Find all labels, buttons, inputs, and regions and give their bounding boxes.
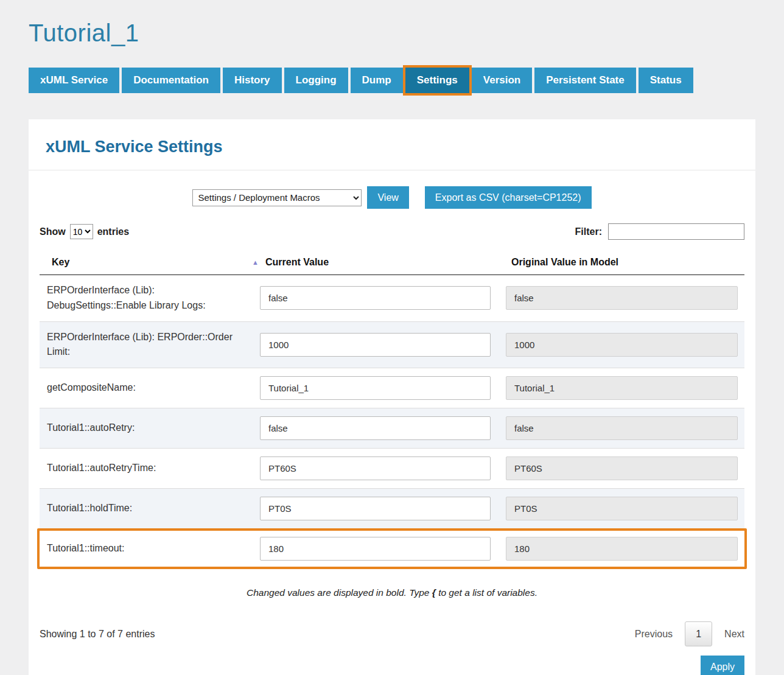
entries-label: entries bbox=[97, 226, 129, 237]
current-value-input[interactable] bbox=[260, 456, 491, 480]
entries-count-select[interactable]: 10 bbox=[70, 224, 93, 239]
apply-row: Apply bbox=[40, 656, 744, 675]
page-title: Tutorial_1 bbox=[29, 19, 755, 47]
note-post: to get a list of variables. bbox=[436, 587, 537, 598]
pagination: Previous 1 Next bbox=[635, 621, 744, 646]
tab-version[interactable]: Version bbox=[472, 68, 532, 93]
table-row-highlighted: Tutorial1::timeout: bbox=[37, 528, 747, 569]
original-value-input bbox=[506, 416, 738, 440]
tab-status[interactable]: Status bbox=[639, 68, 693, 93]
showing-entries-text: Showing 1 to 7 of 7 entries bbox=[40, 629, 155, 640]
setting-key: ERPOrderInterface (Lib): DebugSettings::… bbox=[40, 283, 260, 313]
current-value-input[interactable] bbox=[260, 537, 491, 561]
apply-button[interactable]: Apply bbox=[701, 656, 744, 675]
settings-table: Key ▲ Current Value Original Value in Mo… bbox=[40, 253, 744, 569]
previous-page-button[interactable]: Previous bbox=[635, 629, 673, 640]
current-value-input[interactable] bbox=[260, 376, 491, 400]
tab-logging[interactable]: Logging bbox=[284, 68, 348, 93]
table-row: ERPOrderInterface (Lib): DebugSettings::… bbox=[40, 275, 744, 321]
show-label: Show bbox=[40, 226, 66, 237]
setting-key: Tutorial1::timeout: bbox=[40, 541, 260, 556]
view-mode-select[interactable]: Settings / Deployment Macros bbox=[192, 189, 362, 206]
original-value-input bbox=[506, 456, 738, 480]
column-header-original-value: Original Value in Model bbox=[497, 257, 744, 268]
setting-key: ERPOrderInterface (Lib): ERPOrder::Order… bbox=[40, 330, 260, 360]
tab-bar: xUML Service Documentation History Loggi… bbox=[29, 68, 755, 93]
original-value-input bbox=[506, 376, 738, 400]
table-body: ERPOrderInterface (Lib): DebugSettings::… bbox=[40, 275, 744, 569]
setting-key: Tutorial1::autoRetryTime: bbox=[40, 461, 260, 476]
current-value-input[interactable] bbox=[260, 286, 491, 310]
setting-key: Tutorial1::holdTime: bbox=[40, 501, 260, 516]
column-header-key[interactable]: Key ▲ bbox=[40, 257, 260, 268]
next-page-button[interactable]: Next bbox=[724, 629, 744, 640]
tab-history[interactable]: History bbox=[223, 68, 282, 93]
note-pre: Changed values are displayed in bold. Ty… bbox=[247, 587, 432, 598]
original-value-input bbox=[506, 286, 738, 310]
key-header-label: Key bbox=[52, 257, 69, 268]
panel-header: xUML Service Settings bbox=[29, 119, 755, 170]
export-csv-button[interactable]: Export as CSV (charset=CP1252) bbox=[425, 186, 592, 209]
table-note: Changed values are displayed in bold. Ty… bbox=[40, 587, 744, 598]
table-row: Tutorial1::holdTime: bbox=[40, 488, 744, 528]
table-row: ERPOrderInterface (Lib): ERPOrder::Order… bbox=[40, 321, 744, 368]
table-row: Tutorial1::autoRetryTime: bbox=[40, 448, 744, 488]
show-entries: Show 10 entries bbox=[40, 224, 129, 239]
table-footer: Showing 1 to 7 of 7 entries Previous 1 N… bbox=[40, 621, 744, 646]
page-number-button[interactable]: 1 bbox=[685, 621, 712, 646]
panel-title: xUML Service Settings bbox=[46, 138, 738, 156]
table-row: getCompositeName: bbox=[40, 368, 744, 408]
tab-dump[interactable]: Dump bbox=[351, 68, 403, 93]
tab-documentation[interactable]: Documentation bbox=[122, 68, 220, 93]
view-button[interactable]: View bbox=[367, 186, 408, 209]
tab-settings[interactable]: Settings bbox=[405, 68, 469, 93]
current-value-input[interactable] bbox=[260, 333, 491, 357]
current-value-input[interactable] bbox=[260, 416, 491, 440]
tab-persistent-state[interactable]: Persistent State bbox=[534, 68, 636, 93]
table-header-row: Key ▲ Current Value Original Value in Mo… bbox=[40, 253, 744, 275]
list-controls: Show 10 entries Filter: bbox=[40, 223, 744, 240]
settings-panel: xUML Service Settings Settings / Deploym… bbox=[29, 119, 755, 675]
table-row: Tutorial1::autoRetry: bbox=[40, 408, 744, 448]
original-value-input bbox=[506, 333, 738, 357]
column-header-current-value: Current Value bbox=[260, 257, 497, 268]
filter-input[interactable] bbox=[608, 223, 744, 240]
filter-label: Filter: bbox=[575, 226, 602, 237]
tab-xuml-service[interactable]: xUML Service bbox=[29, 68, 119, 93]
sort-ascending-icon: ▲ bbox=[252, 259, 259, 266]
page: Tutorial_1 xUML Service Documentation Hi… bbox=[0, 0, 784, 675]
original-value-input bbox=[506, 537, 738, 561]
setting-key: Tutorial1::autoRetry: bbox=[40, 421, 260, 436]
current-value-input[interactable] bbox=[260, 497, 491, 520]
view-controls: Settings / Deployment Macros View Export… bbox=[40, 186, 744, 209]
filter-wrap: Filter: bbox=[575, 223, 744, 240]
setting-key: getCompositeName: bbox=[40, 380, 260, 396]
original-value-input bbox=[506, 497, 738, 520]
